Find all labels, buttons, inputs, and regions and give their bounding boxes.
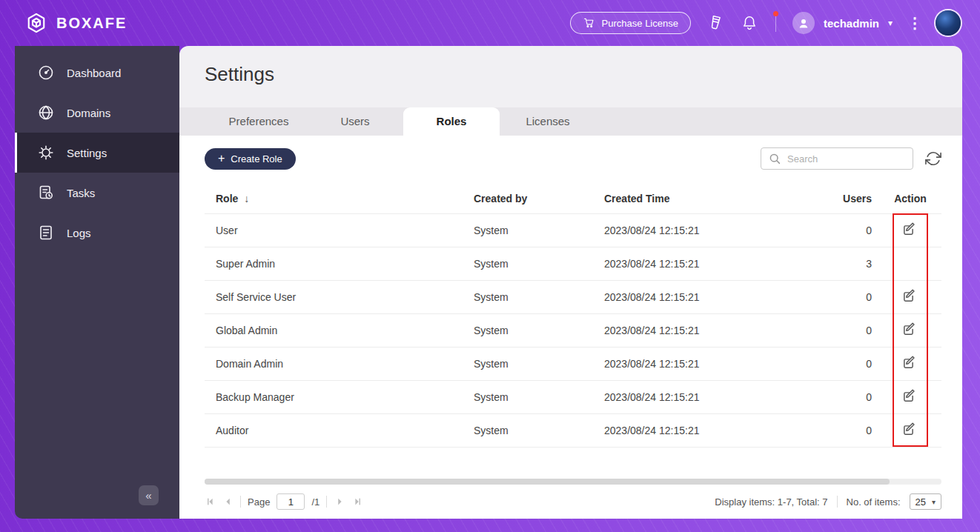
boxafe-logo-icon — [25, 12, 47, 34]
pager-divider — [240, 496, 241, 508]
search-icon — [769, 153, 781, 164]
tab-users[interactable]: Users — [307, 107, 403, 136]
cell-role: Global Admin — [205, 313, 463, 347]
horizontal-scrollbar[interactable] — [205, 479, 941, 485]
table-row: User System 2023/08/24 12:15:21 0 — [205, 213, 941, 247]
user-menu[interactable]: techadmin ▾ — [792, 12, 893, 34]
page-title: Settings — [205, 62, 962, 86]
edit-icon — [901, 221, 918, 237]
cell-created-by: System — [463, 380, 593, 413]
topbar-actions: Purchase License — [570, 10, 961, 36]
cell-created-by: System — [463, 213, 593, 247]
cell-users: 0 — [808, 347, 879, 380]
edit-icon — [901, 388, 918, 404]
edit-role-button[interactable] — [901, 353, 919, 371]
edit-icon — [901, 354, 918, 370]
page-number-input[interactable] — [277, 493, 305, 510]
column-header-created-by: Created by — [463, 184, 593, 213]
column-header-action: Action — [879, 184, 941, 213]
scrollbar-thumb[interactable] — [205, 479, 890, 485]
cell-created-time: 2023/08/24 12:15:21 — [593, 413, 808, 447]
cart-icon — [583, 16, 596, 30]
kebab-menu-icon[interactable]: ⋮ — [907, 14, 918, 32]
next-page-button[interactable] — [334, 496, 345, 508]
select-caret-icon: ▾ — [932, 498, 936, 506]
sidebar-item-settings[interactable]: Settings — [15, 133, 179, 173]
sidebar-item-label: Dashboard — [67, 67, 121, 79]
queue-icon[interactable] — [706, 13, 725, 33]
table-row: Auditor System 2023/08/24 12:15:21 0 — [205, 413, 941, 447]
tab-bar: Preferences Users Roles Licenses — [179, 107, 962, 136]
cell-role: Auditor — [205, 413, 463, 447]
main-content: Settings Preferences Users Roles License… — [179, 46, 962, 519]
cell-role: Backup Manager — [205, 380, 463, 413]
tab-preferences[interactable]: Preferences — [211, 107, 307, 136]
cell-role: Super Admin — [205, 247, 463, 280]
cell-created-by: System — [463, 347, 593, 380]
edit-role-button[interactable] — [901, 220, 919, 238]
cell-created-by: System — [463, 247, 593, 280]
column-header-users: Users — [808, 184, 879, 213]
sidebar-item-logs[interactable]: Logs — [15, 213, 179, 253]
table-row: Backup Manager System 2023/08/24 12:15:2… — [205, 380, 941, 413]
edit-role-button[interactable] — [901, 387, 919, 405]
cell-users: 0 — [808, 213, 879, 247]
sidebar-collapse-button[interactable]: « — [139, 485, 159, 505]
search-box[interactable] — [761, 147, 913, 170]
edit-icon — [901, 421, 918, 437]
cell-users: 0 — [808, 313, 879, 347]
table-header-row: Role↓ Created by Created Time Users Acti… — [205, 184, 941, 213]
refresh-icon[interactable] — [925, 150, 941, 167]
cell-created-time: 2023/08/24 12:15:21 — [593, 213, 808, 247]
table-row: Domain Admin System 2023/08/24 12:15:21 … — [205, 347, 941, 380]
roles-table: Role↓ Created by Created Time Users Acti… — [205, 184, 941, 448]
purchase-license-label: Purchase License — [602, 18, 678, 29]
cell-created-time: 2023/08/24 12:15:21 — [593, 313, 808, 347]
cell-users: 0 — [808, 280, 879, 313]
total-pages-label: /1 — [311, 496, 320, 508]
edit-role-button[interactable] — [901, 320, 919, 338]
search-input[interactable] — [786, 153, 905, 165]
toolbar-right — [761, 147, 941, 170]
logs-icon — [37, 224, 55, 242]
table-row: Super Admin System 2023/08/24 12:15:21 3 — [205, 247, 941, 280]
column-label: Role — [216, 193, 238, 205]
qnap-ball-icon[interactable] — [936, 10, 961, 36]
first-page-button[interactable] — [205, 496, 216, 508]
items-per-page-select[interactable]: 25 ▾ — [910, 493, 942, 510]
column-header-role[interactable]: Role↓ — [205, 184, 463, 213]
cell-created-time: 2023/08/24 12:15:21 — [593, 380, 808, 413]
cell-users: 3 — [808, 247, 879, 280]
domains-icon — [37, 104, 55, 122]
sidebar-item-dashboard[interactable]: Dashboard — [15, 53, 179, 93]
tab-licenses[interactable]: Licenses — [500, 107, 596, 136]
last-page-button[interactable] — [351, 496, 362, 508]
pager-divider — [326, 496, 327, 508]
sidebar-item-tasks[interactable]: Tasks — [15, 173, 179, 213]
cell-role: User — [205, 213, 463, 247]
cell-created-by: System — [463, 313, 593, 347]
edit-role-button[interactable] — [901, 420, 919, 438]
edit-icon — [901, 287, 918, 304]
topbar-divider — [775, 14, 776, 32]
table-row: Global Admin System 2023/08/24 12:15:21 … — [205, 313, 941, 347]
sidebar-item-domains[interactable]: Domains — [15, 93, 179, 133]
prev-page-button[interactable] — [222, 496, 234, 508]
footer-divider — [837, 496, 838, 508]
brand: BOXAFE — [25, 12, 127, 34]
create-role-button[interactable]: + Create Role — [205, 148, 296, 170]
page-label: Page — [248, 496, 270, 508]
sort-desc-icon[interactable]: ↓ — [244, 193, 249, 205]
username: techadmin — [824, 17, 879, 30]
purchase-license-button[interactable]: Purchase License — [570, 12, 691, 34]
chevron-down-icon: ▾ — [888, 18, 893, 28]
sidebar-item-label: Domains — [67, 107, 110, 119]
avatar — [792, 12, 815, 34]
footer-right: Display items: 1-7, Total: 7 No. of item… — [715, 493, 941, 510]
edit-icon — [901, 321, 918, 337]
notifications-bell-icon[interactable] — [740, 13, 759, 33]
column-header-created-time: Created Time — [593, 184, 808, 213]
tab-roles[interactable]: Roles — [403, 107, 500, 136]
cell-role: Self Service User — [205, 280, 463, 313]
edit-role-button[interactable] — [901, 287, 919, 305]
